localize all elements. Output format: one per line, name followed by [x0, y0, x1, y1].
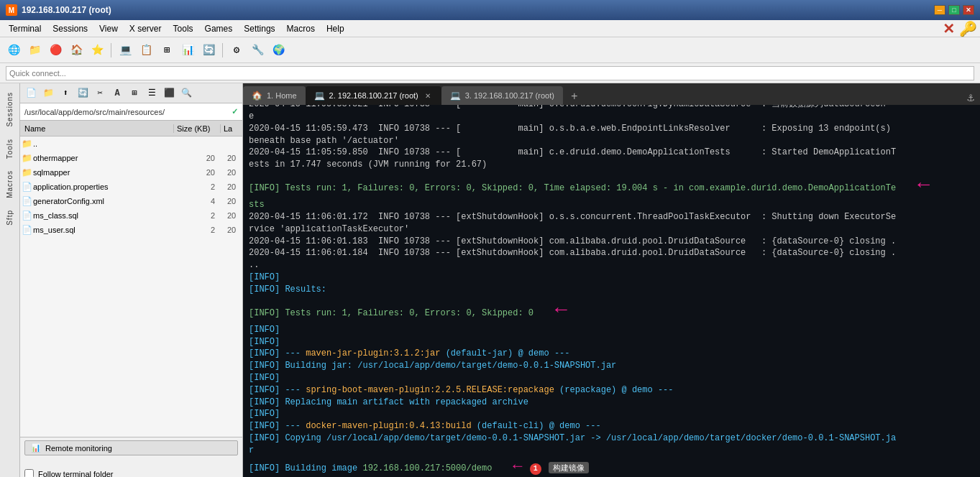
follow-terminal-folder: Follow terminal folder	[24, 469, 238, 477]
file-size: 2	[181, 211, 221, 220]
file-row[interactable]: 📄 generatorConfig.xml 4 20	[20, 194, 242, 208]
file-btn-search[interactable]: 🔍	[178, 85, 194, 101]
toolbar-btn-11[interactable]: ⚙️	[227, 41, 246, 60]
file-name: ..	[33, 139, 181, 148]
file-size: 20	[181, 154, 221, 162]
file-size: 2	[181, 182, 221, 191]
terminal-line: [INFO] Tests run: 1, Failures: 0, Errors…	[249, 296, 974, 324]
tab-1-label: 1. Home	[267, 91, 297, 100]
file-name: ms_user.sql	[33, 226, 181, 234]
file-name: generatorConfig.xml	[33, 197, 181, 205]
file-btn-refresh[interactable]: 🔄	[75, 85, 91, 101]
terminal-line: [INFO] Building jar: /usr/local/app/demo…	[249, 360, 974, 372]
col-header-name[interactable]: Name	[20, 124, 174, 133]
col-header-la[interactable]: La	[221, 124, 242, 133]
file-icon: 📄	[20, 225, 33, 235]
terminal-line: 2020-04-15 11:06:01.184 INFO 10738 --- […	[249, 247, 974, 259]
tab-3-label: 3. 192.168.100.217 (root)	[465, 91, 554, 100]
file-row[interactable]: 📁 ..	[20, 136, 242, 151]
terminal-line: [INFO]	[249, 336, 974, 348]
toolbar-sep-2	[222, 43, 223, 57]
file-icon: 📁	[20, 153, 33, 163]
toolbar-btn-12[interactable]: 🔧	[248, 41, 267, 60]
terminal-panel: 🏠 1. Home 💻 2. 192.168.100.217 (root) ✕ …	[243, 83, 980, 477]
toolbar-btn-4[interactable]: 🏠	[67, 41, 86, 60]
tab-add-button[interactable]: +	[566, 89, 583, 105]
file-btn-new[interactable]: 📄	[23, 85, 39, 101]
toolbar-btn-10[interactable]: 🔄	[199, 41, 218, 60]
menu-view[interactable]: View	[93, 22, 124, 35]
file-btn-list[interactable]: ☰	[144, 85, 160, 101]
menu-xserver[interactable]: X server	[124, 22, 168, 35]
current-path: /usr/local/app/demo/src/main/resources/	[24, 108, 232, 116]
file-btn-delete[interactable]: ✂	[92, 85, 108, 101]
file-btn-up[interactable]: ⬆	[58, 85, 73, 101]
menu-help[interactable]: Help	[321, 22, 350, 35]
menu-tools[interactable]: Tools	[168, 22, 199, 35]
file-row[interactable]: 📁 sqlmapper 20 20	[20, 165, 242, 180]
tab-3[interactable]: 💻 3. 192.168.100.217 (root)	[441, 86, 563, 105]
close-button[interactable]: ✕	[963, 5, 974, 15]
terminal-line: e	[249, 111, 974, 123]
toolbar-btn-3[interactable]: 🔴	[46, 41, 65, 60]
toolbar-btn-13[interactable]: 🌍	[269, 41, 288, 60]
file-row[interactable]: 📄 ms_class.sql 2 20	[20, 208, 242, 223]
menu-games[interactable]: Games	[199, 22, 239, 35]
file-btn-rename[interactable]: A	[109, 85, 125, 101]
toolbar-sep-1	[111, 43, 111, 57]
file-row[interactable]: 📄 ms_user.sql 2 20	[20, 223, 242, 237]
file-btn-open[interactable]: 📁	[40, 85, 56, 101]
close-x-button[interactable]: ✕	[938, 20, 959, 37]
terminal-content[interactable]: 2020-04-15 11:05:56.317 INFO 10738 --- […	[243, 105, 980, 477]
file-row[interactable]: 📁 othermapper 20 20	[20, 151, 242, 165]
toolbar-btn-7[interactable]: 📋	[137, 41, 155, 60]
file-icon: 📄	[20, 182, 33, 192]
file-row[interactable]: 📄 application.properties 2 20	[20, 180, 242, 194]
menu-sessions[interactable]: Sessions	[47, 22, 93, 35]
file-icon: 📄	[20, 196, 33, 206]
sidebar-tools[interactable]: Tools	[4, 133, 15, 165]
minimize-button[interactable]: ─	[934, 5, 945, 15]
quick-connect-bar	[0, 63, 980, 83]
quick-connect-input[interactable]	[6, 66, 974, 80]
window-title: 192.168.100.217 (root)	[22, 5, 934, 15]
toolbar-btn-6[interactable]: 💻	[116, 41, 134, 60]
terminal-line: beneath base path '/actuator'	[249, 135, 974, 147]
file-btn-terminal[interactable]: ⬛	[161, 85, 177, 101]
file-btn-grid[interactable]: ⊞	[127, 85, 142, 101]
terminal-line: [INFO] Copying /usr/local/app/demo/targe…	[249, 432, 974, 445]
follow-checkbox-input[interactable]	[24, 469, 34, 477]
menu-terminal[interactable]: Terminal	[3, 22, 47, 35]
file-la: 20	[221, 182, 242, 191]
title-bar: M 192.168.100.217 (root) ─ □ ✕	[0, 0, 980, 20]
tab-anchor-icon[interactable]: ⚓	[961, 91, 980, 105]
toolbar-btn-2[interactable]: 📁	[25, 41, 44, 60]
file-name: application.properties	[33, 182, 181, 191]
toolbar-btn-1[interactable]: 🌐	[4, 41, 23, 60]
tab-1-icon: 🏠	[252, 91, 262, 101]
terminal-line: 2020-04-15 11:06:01.172 INFO 10738 --- […	[249, 211, 974, 223]
menu-settings[interactable]: Settings	[238, 22, 280, 35]
left-sidebar: Sessions Tools Macros Sftp	[0, 83, 20, 477]
terminal-line: sts	[249, 199, 974, 211]
tab-2-close[interactable]: ✕	[423, 91, 433, 101]
green-icon[interactable]: 🔑	[959, 20, 977, 37]
file-panel-bottom: 📊 Remote monitoring Follow terminal fold…	[20, 437, 242, 477]
sidebar-sessions[interactable]: Sessions	[4, 86, 15, 133]
remote-monitoring-button[interactable]: 📊 Remote monitoring	[24, 440, 238, 455]
window-controls: ─ □ ✕	[934, 5, 974, 15]
sidebar-macros[interactable]: Macros	[4, 165, 15, 204]
col-header-size[interactable]: Size (KB)	[174, 124, 221, 133]
tab-2[interactable]: 💻 2. 192.168.100.217 (root) ✕	[306, 86, 441, 105]
maximize-button[interactable]: □	[948, 5, 960, 15]
toolbar-btn-5[interactable]: ⭐	[88, 41, 106, 60]
menu-macros[interactable]: Macros	[281, 22, 321, 35]
file-panel: 📄 📁 ⬆ 🔄 ✂ A ⊞ ☰ ⬛ 🔍 /usr/local/app/demo/…	[20, 83, 243, 477]
tab-1[interactable]: 🏠 1. Home	[243, 86, 306, 105]
tab-3-icon: 💻	[450, 91, 461, 101]
monitor-icon: 📊	[31, 443, 41, 453]
toolbar-btn-8[interactable]: ⊞	[157, 41, 176, 60]
toolbar-btn-9[interactable]: 📊	[178, 41, 197, 60]
sidebar-sftp[interactable]: Sftp	[4, 204, 15, 231]
file-size: 2	[181, 226, 221, 234]
